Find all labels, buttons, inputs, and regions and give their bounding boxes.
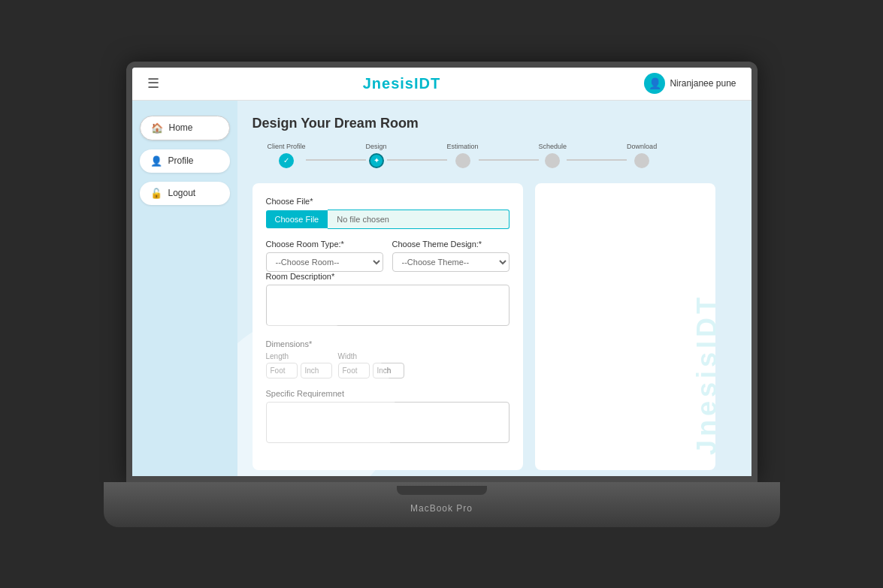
- choose-file-group: Choose File* Choose File No file chosen: [266, 197, 510, 229]
- step-label-schedule: Schedule: [539, 143, 567, 150]
- logout-icon: 🔓: [150, 188, 162, 199]
- length-inch-input[interactable]: [301, 363, 332, 378]
- length-group: Length: [266, 352, 332, 378]
- step-schedule: Schedule: [539, 143, 627, 168]
- dimensions-group: Dimensions* Length: [266, 339, 510, 378]
- form-preview-layout: Choose File* Choose File No file chosen …: [253, 183, 736, 470]
- step-circle-download: [634, 153, 649, 168]
- step-line-1: [306, 159, 366, 161]
- sidebar-item-logout[interactable]: 🔓 Logout: [140, 182, 230, 205]
- step-estimation: Estimation: [447, 143, 539, 168]
- room-description-group: Room Description*: [266, 272, 510, 329]
- sidebar-item-profile[interactable]: 👤 Profile: [140, 149, 230, 173]
- step-label-estimation: Estimation: [447, 143, 479, 150]
- room-type-select[interactable]: --Choose Room-- Living Room Bedroom Kitc…: [266, 252, 383, 272]
- app-logo: JnesisIDT: [363, 75, 440, 92]
- length-foot-input[interactable]: [266, 363, 298, 378]
- room-theme-row: Choose Room Type:* --Choose Room-- Livin…: [266, 240, 510, 272]
- sidebar-item-profile-label: Profile: [168, 155, 194, 166]
- sidebar-item-home[interactable]: 🏠 Home: [140, 116, 230, 140]
- hamburger-menu[interactable]: ☰: [147, 75, 159, 92]
- step-design: Design ✦: [366, 143, 447, 168]
- app-body: 🏠 Home 👤 Profile 🔓 Logout Design Your Dr…: [132, 101, 751, 476]
- step-client-profile: Client Profile ✓: [268, 143, 366, 168]
- room-type-group: Choose Room Type:* --Choose Room-- Livin…: [266, 240, 383, 272]
- width-inputs: [338, 363, 404, 378]
- theme-design-select[interactable]: --Choose Theme-- Modern Classic Contempo…: [392, 252, 510, 272]
- dimensions-label: Dimensions*: [266, 339, 510, 348]
- profile-icon: 👤: [150, 155, 162, 167]
- page-title: Design Your Dream Room: [253, 116, 736, 131]
- step-item-design: Design ✦: [366, 143, 387, 168]
- dimensions-row: Length Width: [266, 352, 510, 378]
- user-name: Niranjanee pune: [670, 78, 736, 89]
- step-item-schedule: Schedule: [539, 143, 567, 168]
- step-line-4: [567, 159, 627, 161]
- room-description-label: Room Description*: [266, 272, 510, 281]
- room-type-label: Choose Room Type:*: [266, 240, 383, 249]
- room-description-textarea[interactable]: [266, 285, 510, 326]
- width-label: Width: [338, 352, 404, 360]
- sidebar-item-logout-label: Logout: [168, 188, 196, 198]
- length-inputs: [266, 363, 332, 378]
- step-download: Download: [627, 143, 657, 168]
- main-content: Design Your Dream Room Client Profile ✓: [237, 101, 751, 476]
- laptop-base: MacBook Pro: [104, 482, 780, 527]
- home-icon: 🏠: [151, 122, 163, 134]
- step-label-client-profile: Client Profile: [268, 143, 306, 150]
- sidebar-item-home-label: Home: [169, 122, 193, 133]
- width-inch-input[interactable]: [373, 363, 404, 378]
- preview-panel: JnesisIDT: [535, 183, 715, 470]
- step-line-2: [387, 159, 447, 161]
- length-label: Length: [266, 352, 332, 360]
- specific-requirement-textarea[interactable]: [266, 402, 510, 443]
- choose-file-button[interactable]: Choose File: [266, 210, 328, 228]
- step-item-estimation: Estimation: [447, 143, 479, 168]
- step-circle-estimation: [455, 153, 470, 168]
- width-group: Width: [338, 352, 404, 378]
- theme-design-group: Choose Theme Design:* --Choose Theme-- M…: [392, 240, 510, 272]
- step-circle-client-profile: ✓: [279, 153, 294, 168]
- step-label-design: Design: [366, 143, 387, 150]
- avatar: 👤: [644, 73, 665, 94]
- file-input-area: Choose File No file chosen: [266, 210, 510, 229]
- file-name-display: No file chosen: [328, 210, 509, 229]
- laptop-notch: [397, 486, 487, 495]
- progress-steps: Client Profile ✓ Design ✦: [253, 143, 736, 168]
- form-section: Choose File* Choose File No file chosen …: [253, 183, 523, 470]
- laptop-brand: MacBook Pro: [410, 503, 473, 514]
- sidebar: 🏠 Home 👤 Profile 🔓 Logout: [132, 101, 237, 476]
- step-item-download: Download: [627, 143, 657, 168]
- step-circle-schedule: [545, 153, 560, 168]
- preview-watermark: JnesisIDT: [691, 198, 715, 455]
- choose-file-label: Choose File*: [266, 197, 510, 206]
- app-header: ☰ JnesisIDT 👤 Niranjanee pune: [132, 68, 751, 101]
- specific-requirement-group: Specific Requiremnet: [266, 389, 510, 446]
- width-foot-input[interactable]: [338, 363, 370, 378]
- step-label-download: Download: [627, 143, 657, 150]
- specific-requirement-label: Specific Requiremnet: [266, 389, 510, 398]
- user-info: 👤 Niranjanee pune: [644, 73, 736, 94]
- step-item-client-profile: Client Profile ✓: [268, 143, 306, 168]
- step-circle-design: ✦: [369, 153, 384, 168]
- theme-design-label: Choose Theme Design:*: [392, 240, 510, 249]
- step-line-3: [479, 159, 539, 161]
